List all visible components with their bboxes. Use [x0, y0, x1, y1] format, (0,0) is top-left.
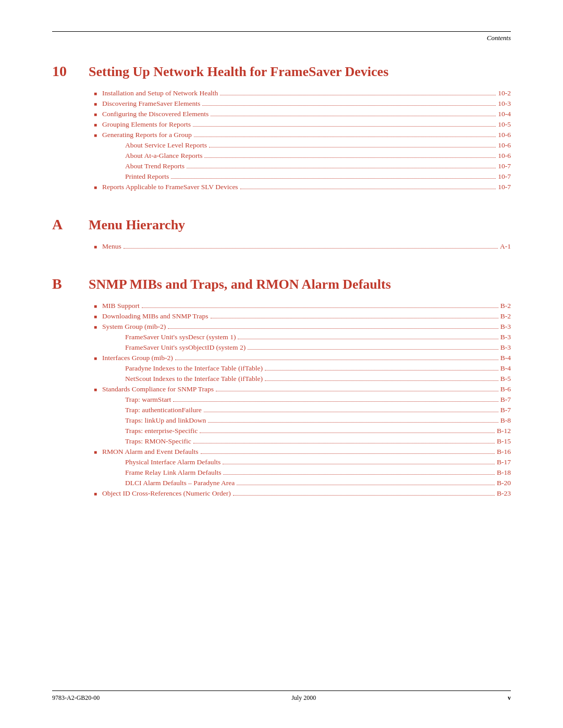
toc-list-ch10: ■Installation and Setup of Network Healt… — [94, 89, 511, 191]
toc-list-chA: ■MenusA-1 — [94, 242, 511, 251]
toc-item: NetScout Indexes to the Interface Table … — [94, 375, 511, 383]
toc-link-text[interactable]: Generating Reports for a Group — [102, 131, 192, 139]
toc-row: ■Interfaces Group (mib-2)B-4 — [94, 354, 511, 362]
toc-page-number: B-18 — [497, 468, 511, 477]
toc-link-text[interactable]: FrameSaver Unit's sysObjectID (system 2) — [125, 343, 246, 352]
toc-dots — [238, 339, 498, 339]
toc-page-number: B-2 — [500, 302, 511, 310]
toc-link-text[interactable]: Trap: authenticationFailure — [125, 406, 202, 414]
chapter-number-chA: A — [52, 216, 78, 233]
toc-row: ■Downloading MIBs and SNMP TrapsB-2 — [94, 312, 511, 320]
toc-dots — [193, 443, 495, 443]
chapter-heading-ch10: 10Setting Up Network Health for FrameSav… — [52, 63, 511, 80]
toc-page-number: B-7 — [500, 396, 511, 404]
toc-link-text[interactable]: Traps: linkUp and linkDown — [125, 416, 206, 425]
toc-row: FrameSaver Unit's sysObjectID (system 2)… — [115, 343, 511, 352]
toc-dots — [209, 147, 496, 147]
toc-page-number: 10-3 — [498, 100, 511, 108]
toc-link-text[interactable]: About Service Level Reports — [125, 141, 207, 150]
toc-link-text[interactable]: RMON Alarm and Event Defaults — [102, 448, 198, 456]
chapter-heading-chB: BSNMP MIBs and Traps, and RMON Alarm Def… — [52, 276, 511, 292]
toc-row: About Trend Reports10-7 — [115, 162, 511, 170]
toc-page-number: 10-7 — [498, 172, 511, 181]
toc-dots — [202, 105, 496, 106]
toc-page-number: B-2 — [500, 312, 511, 320]
toc-page-number: B-12 — [497, 427, 511, 435]
toc-item: ■Installation and Setup of Network Healt… — [94, 89, 511, 97]
toc-item: ■Grouping Elements for Reports10-5 — [94, 120, 511, 129]
toc-link-text[interactable]: Configuring the Discovered Elements — [102, 110, 209, 118]
chapter-section-ch10: 10Setting Up Network Health for FrameSav… — [52, 63, 511, 191]
toc-item: Frame Relay Link Alarm DefaultsB-18 — [94, 468, 511, 477]
toc-link-text[interactable]: MIB Support — [102, 302, 140, 310]
header: Contents — [52, 31, 511, 42]
toc-row: Printed Reports10-7 — [115, 172, 511, 181]
toc-dots — [187, 168, 496, 168]
toc-row: ■Generating Reports for a Group10-6 — [94, 131, 511, 139]
toc-link-text[interactable]: Reports Applicable to FrameSaver SLV Dev… — [102, 183, 238, 191]
toc-item: About Service Level Reports10-6 — [94, 141, 511, 150]
toc-link-text[interactable]: Traps: enterprise-Specific — [125, 427, 198, 435]
toc-row: Traps: RMON-SpecificB-15 — [115, 437, 511, 446]
toc-page-number: B-5 — [500, 375, 511, 383]
toc-page-number: A-1 — [500, 242, 511, 251]
toc-link-text[interactable]: System Group (mib-2) — [102, 323, 166, 331]
toc-link-text[interactable]: NetScout Indexes to the Interface Table … — [125, 375, 263, 383]
toc-link-text[interactable]: Standards Compliance for SNMP Traps — [102, 385, 214, 393]
toc-link-text[interactable]: Trap: warmStart — [125, 396, 171, 404]
toc-bullet: ■ — [94, 112, 97, 117]
toc-dots — [265, 380, 498, 381]
toc-dots — [204, 157, 496, 158]
toc-link-text[interactable]: Object ID Cross-References (Numeric Orde… — [102, 489, 231, 498]
toc-item: DLCI Alarm Defaults – Paradyne AreaB-20 — [94, 479, 511, 487]
toc-dots — [248, 349, 498, 350]
toc-link-text[interactable]: DLCI Alarm Defaults – Paradyne Area — [125, 479, 235, 487]
toc-item: Traps: enterprise-SpecificB-12 — [94, 427, 511, 435]
toc-page-number: B-4 — [500, 354, 511, 362]
toc-item: ■RMON Alarm and Event DefaultsB-16 — [94, 448, 511, 456]
footer: 9783-A2-GB20-00 July 2000 v — [52, 690, 511, 702]
toc-page-number: 10-6 — [498, 131, 511, 139]
toc-link-text[interactable]: Grouping Elements for Reports — [102, 120, 191, 129]
header-bar: Contents — [52, 34, 511, 42]
toc-dots — [265, 370, 498, 371]
toc-row: ■MIB SupportB-2 — [94, 302, 511, 310]
toc-item: About At-a-Glance Reports10-6 — [94, 152, 511, 160]
toc-dots — [175, 360, 498, 360]
toc-dots — [220, 95, 496, 95]
toc-bullet: ■ — [94, 244, 97, 250]
chapter-section-chA: AMenu Hierarchy■MenusA-1 — [52, 216, 511, 251]
toc-item: FrameSaver Unit's sysDescr (system 1)B-3 — [94, 333, 511, 341]
toc-dots — [223, 464, 495, 464]
toc-item: Traps: RMON-SpecificB-15 — [94, 437, 511, 446]
toc-bullet: ■ — [94, 101, 97, 107]
toc-item: FrameSaver Unit's sysObjectID (system 2)… — [94, 343, 511, 352]
page: Contents 10Setting Up Network Health for… — [0, 0, 563, 728]
toc-link-text[interactable]: Traps: RMON-Specific — [125, 437, 191, 446]
toc-link-text[interactable]: Menus — [102, 242, 121, 251]
toc-link-text[interactable]: Installation and Setup of Network Health — [102, 89, 218, 97]
toc-link-text[interactable]: Discovering FrameSaver Elements — [102, 100, 200, 108]
toc-link-text[interactable]: Frame Relay Link Alarm Defaults — [125, 468, 221, 477]
toc-row: ■Configuring the Discovered Elements10-4 — [94, 110, 511, 118]
toc-link-text[interactable]: About At-a-Glance Reports — [125, 152, 202, 160]
header-text: Contents — [487, 34, 511, 42]
toc-link-text[interactable]: Downloading MIBs and SNMP Traps — [102, 312, 209, 320]
toc-item: ■MenusA-1 — [94, 242, 511, 251]
toc-link-text[interactable]: FrameSaver Unit's sysDescr (system 1) — [125, 333, 236, 341]
toc-link-text[interactable]: Physical Interface Alarm Defaults — [125, 458, 221, 466]
toc-row: Physical Interface Alarm DefaultsB-17 — [115, 458, 511, 466]
toc-bullet: ■ — [94, 122, 97, 128]
toc-row: About At-a-Glance Reports10-6 — [115, 152, 511, 160]
toc-row: ■Object ID Cross-References (Numeric Ord… — [94, 489, 511, 498]
toc-link-text[interactable]: Printed Reports — [125, 172, 169, 181]
toc-page-number: 10-5 — [498, 120, 511, 129]
toc-row: NetScout Indexes to the Interface Table … — [115, 375, 511, 383]
toc-dots — [211, 318, 498, 318]
toc-row: ■Reports Applicable to FrameSaver SLV De… — [94, 183, 511, 191]
toc-link-text[interactable]: Paradyne Indexes to the Interface Table … — [125, 364, 263, 373]
toc-link-text[interactable]: About Trend Reports — [125, 162, 185, 170]
footer-page: v — [508, 694, 511, 702]
toc-link-text[interactable]: Interfaces Group (mib-2) — [102, 354, 173, 362]
toc-row: ■Installation and Setup of Network Healt… — [94, 89, 511, 97]
